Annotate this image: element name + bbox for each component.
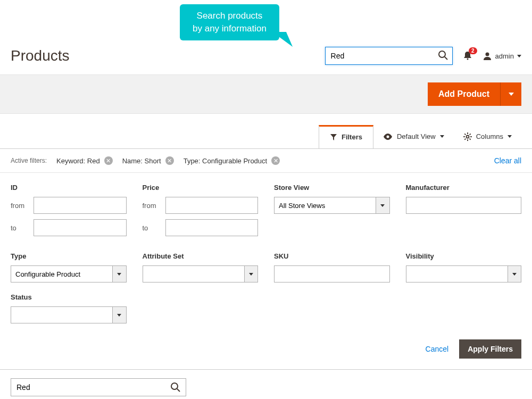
visibility-select[interactable] <box>406 265 508 282</box>
callout-line2: by any information <box>193 22 267 35</box>
active-filters-label: Active filters: <box>11 157 47 164</box>
to-sublabel: to <box>143 224 159 232</box>
chevron-down-icon <box>117 273 121 276</box>
filter-manufacturer-group: Manufacturer <box>406 184 522 242</box>
filter-sku-label: SKU <box>274 252 390 260</box>
remove-chip-button[interactable]: ✕ <box>104 156 113 165</box>
chevron-down-icon <box>249 273 253 276</box>
remove-chip-button[interactable]: ✕ <box>271 156 280 165</box>
id-from-input[interactable] <box>34 197 126 214</box>
header-right: 2 admin <box>325 47 521 65</box>
status-select[interactable] <box>11 306 112 323</box>
filter-status-label: Status <box>11 293 127 301</box>
chevron-down-icon <box>380 204 385 207</box>
callout-line1: Search products <box>193 10 267 22</box>
notification-count-badge: 2 <box>469 47 477 54</box>
keyword-search-input[interactable] <box>11 378 186 396</box>
default-view-label: Default View <box>397 132 436 140</box>
filter-store-view-label: Store View <box>274 184 390 192</box>
add-product-button[interactable]: Add Product <box>428 82 500 106</box>
svg-point-4 <box>386 135 389 138</box>
svg-point-2 <box>467 59 468 60</box>
global-search-button[interactable] <box>438 50 448 61</box>
svg-line-1 <box>445 57 447 60</box>
chevron-down-icon <box>512 273 517 276</box>
filter-form: ID from to Price from to Store View Manu… <box>0 173 532 334</box>
page-header: Products 2 admin <box>0 37 532 74</box>
add-product-split-button: Add Product <box>428 82 521 106</box>
global-search-input[interactable] <box>325 47 453 65</box>
chevron-down-icon <box>508 135 512 138</box>
default-view-button[interactable]: Default View <box>373 124 454 148</box>
price-from-input[interactable] <box>165 197 258 214</box>
search-icon <box>170 382 181 393</box>
svg-line-10 <box>464 134 466 135</box>
sku-input[interactable] <box>274 265 390 282</box>
chevron-down-icon <box>440 135 444 138</box>
attribute-set-select[interactable] <box>143 265 244 282</box>
clear-all-filters-link[interactable]: Clear all <box>494 156 521 165</box>
remove-chip-button[interactable]: ✕ <box>165 156 174 165</box>
filter-type-label: Type <box>11 252 127 260</box>
type-toggle[interactable] <box>112 265 126 282</box>
filter-visibility-label: Visibility <box>406 252 522 260</box>
global-search <box>325 47 453 65</box>
user-icon <box>483 51 492 61</box>
to-sublabel: to <box>11 224 27 232</box>
tooltip-callout: Search products by any information <box>180 4 279 40</box>
grid-controls: Actions 6 records found 200 per page of … <box>0 370 532 399</box>
filters-tab[interactable]: Filters <box>319 125 373 149</box>
cancel-link[interactable]: Cancel <box>426 345 449 353</box>
columns-label: Columns <box>476 132 503 140</box>
user-name-label: admin <box>495 52 514 60</box>
filter-chip-keyword: Keyword: Red ✕ <box>56 156 113 165</box>
from-sublabel: from <box>143 202 159 210</box>
attribute-set-toggle[interactable] <box>244 265 258 282</box>
apply-filters-button[interactable]: Apply Filters <box>459 339 521 359</box>
chevron-down-icon <box>517 55 521 57</box>
visibility-toggle[interactable] <box>508 265 521 282</box>
chip-text: Name: Short <box>122 157 161 165</box>
manufacturer-input[interactable] <box>406 197 522 214</box>
filter-attribute-set-group: Attribute Set <box>143 252 259 282</box>
id-to-input[interactable] <box>34 219 126 236</box>
svg-point-5 <box>466 135 469 138</box>
search-icon <box>438 50 448 61</box>
from-sublabel: from <box>11 202 27 210</box>
filter-id-group: ID from to <box>11 184 127 242</box>
eye-icon <box>383 134 393 140</box>
filter-manufacturer-label: Manufacturer <box>406 184 522 192</box>
notifications-button[interactable]: 2 <box>462 51 473 61</box>
status-toggle[interactable] <box>112 306 126 323</box>
chip-text: Type: Configurable Product <box>184 157 268 165</box>
filter-status-group: Status <box>11 293 127 323</box>
filter-price-label: Price <box>143 184 259 192</box>
filters-label: Filters <box>342 133 362 141</box>
filter-visibility-group: Visibility <box>406 252 522 282</box>
svg-line-12 <box>464 138 466 139</box>
add-product-dropdown-toggle[interactable] <box>500 82 521 106</box>
price-to-input[interactable] <box>165 219 258 236</box>
active-filters-bar: Active filters: Keyword: Red ✕ Name: Sho… <box>0 148 532 173</box>
store-view-toggle[interactable] <box>376 197 389 214</box>
filter-attribute-set-label: Attribute Set <box>143 252 259 260</box>
filter-chip-name: Name: Short ✕ <box>122 156 174 165</box>
svg-line-15 <box>177 389 180 392</box>
filter-store-view-group: Store View <box>274 184 390 242</box>
store-view-select[interactable] <box>274 197 376 214</box>
columns-button[interactable]: Columns <box>454 124 521 148</box>
filter-type-group: Type <box>11 252 127 282</box>
page-title: Products <box>11 47 70 64</box>
svg-point-3 <box>485 53 489 56</box>
filter-sku-group: SKU <box>274 252 390 282</box>
svg-line-13 <box>469 134 470 135</box>
chevron-down-icon <box>117 314 121 317</box>
user-menu[interactable]: admin <box>483 51 521 61</box>
keyword-search <box>11 378 186 396</box>
chevron-down-icon <box>509 93 514 96</box>
type-select[interactable] <box>11 265 112 282</box>
keyword-search-button[interactable] <box>170 382 181 393</box>
svg-point-14 <box>171 383 178 389</box>
svg-point-0 <box>439 51 445 57</box>
filter-form-actions: Cancel Apply Filters <box>0 334 532 370</box>
